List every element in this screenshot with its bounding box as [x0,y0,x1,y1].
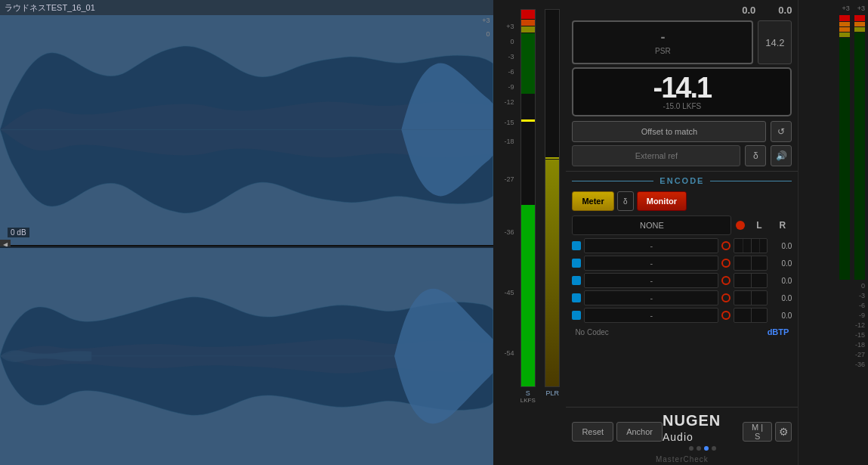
s-meter-active [521,205,535,386]
s-label: S [526,389,530,397]
right-scale-plus3-2: +3 [857,5,865,12]
offset-to-match-button[interactable]: Offset to match [572,121,766,142]
right-vmeters: 0 -3 -6 -9 -12 -15 -18 -27 -36 [802,15,865,460]
psr-display: - PSR [572,20,753,64]
codec-meter-1: 0.0 [734,256,792,271]
s-seg-red1 [521,10,535,19]
meter-button[interactable]: Meter [572,191,613,211]
s-seg-yellow1 [521,26,535,33]
r-seg-off [854,33,865,280]
codec-value-2: 0.0 [769,277,792,285]
waveform-svg-bottom [0,248,493,465]
no-codec-label: No Codec [575,328,608,336]
waveform-bottom[interactable] [0,246,493,465]
gear-button[interactable]: ⚙ [775,422,792,442]
codec-row-3: - 0.0 [572,290,792,305]
dot-1 [689,446,693,451]
nugen-part: NUGEN [663,412,721,429]
codec-status-dot [736,221,745,230]
scale-minus3: -3 [508,53,514,60]
right-scale-minus9: -9 [802,312,865,319]
dot-2 [697,446,701,451]
monitor-button[interactable]: Monitor [637,191,687,211]
meter-panel: +3 0 -3 -6 -9 -12 -15 -18 -27 -36 -45 -5… [493,0,567,465]
scale-minus15: -15 [505,119,514,126]
waveform-top[interactable]: +3 0 0 dB [0,15,493,245]
offset-row: Offset to match ↺ [566,116,798,145]
scale-0: 0 [511,38,514,45]
plugin-panel: 0.0 0.0 - PSR 14.2 -14.1 -15.0 LKFS Offs… [566,0,798,465]
r-meter-column [854,15,865,280]
ms-gear-group: M | S ⚙ [743,422,792,442]
codec-mini-bar-4 [734,308,768,323]
plr-marker [545,157,559,159]
codec-circle-2[interactable] [721,276,731,285]
codec-select-display[interactable]: NONE [572,215,731,235]
lkfs-label: LKFS [520,397,536,404]
r-seg-red [854,15,865,21]
nugen-audio-logo: NUGEN Audio [663,412,743,445]
codec-circle-1[interactable] [721,259,731,268]
refresh-button[interactable]: ↺ [771,121,792,142]
speaker-icon-button[interactable]: 🔊 [771,145,792,166]
s-meter-marker [521,119,535,122]
db-label-top: 0 dB [8,228,29,237]
codec-name-2: - [584,273,718,288]
psr-value: 14.2 [765,37,784,48]
dot-indicators [689,446,716,451]
psr-dash: - [660,29,665,45]
loudness-sub: -15.0 LKFS [582,102,781,110]
l-seg-orange2 [839,27,850,32]
psr-value-display: 14.2 [758,20,792,64]
codec-mini-bar-2 [734,273,768,288]
l-seg-yellow [839,33,850,37]
codec-check-1[interactable] [572,259,581,268]
psr-label: PSR [655,47,671,55]
reset-button[interactable]: Reset [572,422,613,442]
codec-select-row: NONE L R [572,215,792,235]
codec-circle-0[interactable] [721,241,731,250]
codec-value-3: 0.0 [769,294,792,302]
codec-check-2[interactable] [572,276,581,285]
codec-circle-3[interactable] [721,293,731,302]
codec-name-4: - [584,308,718,323]
track-title: ラウドネスTEST_16_01 [0,0,493,15]
scale-plus3-top: +3 [482,17,490,24]
scale-minus6: -6 [508,68,514,76]
encode-header: ENCODE [572,176,792,185]
audio-part: Audio [663,431,693,443]
right-scale-plus3: +3 [842,5,849,12]
external-ref-button[interactable]: External ref [572,145,740,166]
loudness-value: -14.1 [582,73,781,102]
meter-monitor-row: Meter δ Monitor [572,191,792,211]
codec-row-0: - 0.0 [572,238,792,253]
right-scale-minus27: -27 [802,351,865,358]
codec-mini-bar-3 [734,290,768,305]
lr-meter-bars [802,15,865,280]
delta-button[interactable]: δ [617,191,634,211]
codec-row-2: - 0.0 [572,273,792,288]
codec-meter-4: 0.0 [734,308,792,323]
codec-check-0[interactable] [572,241,581,250]
scale-minus54: -54 [505,349,514,357]
codec-circle-4[interactable] [721,311,731,320]
r-seg-yellow [854,27,865,32]
bottom-bar: Reset Anchor NUGEN Audio M | S ⚙ [566,407,798,455]
l-seg-off [839,38,850,280]
lr-left-label: L [749,220,768,231]
waveform-scale-top: +3 0 [467,15,493,245]
codec-check-3[interactable] [572,293,581,302]
delta-icon-button[interactable]: δ [745,145,766,166]
right-meter-panel: +3 +3 0 -3 -6 -9 -12 [798,0,868,465]
scale-minus9: -9 [508,83,514,91]
no-codec-row: No Codec dBTP [572,327,792,336]
top-left-value: 0.0 [742,5,755,16]
codec-check-4[interactable] [572,311,581,320]
scale-minus12: -12 [505,98,514,106]
ms-button[interactable]: M | S [743,422,771,442]
codec-mini-bar-0 [734,238,768,253]
top-right-value: 0.0 [778,5,792,16]
anchor-button[interactable]: Anchor [616,422,663,442]
codec-none-label: NONE [640,221,664,230]
codec-meter-3: 0.0 [734,290,792,305]
